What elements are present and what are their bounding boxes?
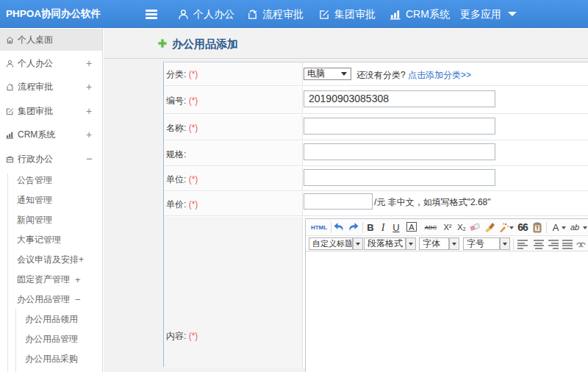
svg-text:T: T [536,226,539,231]
